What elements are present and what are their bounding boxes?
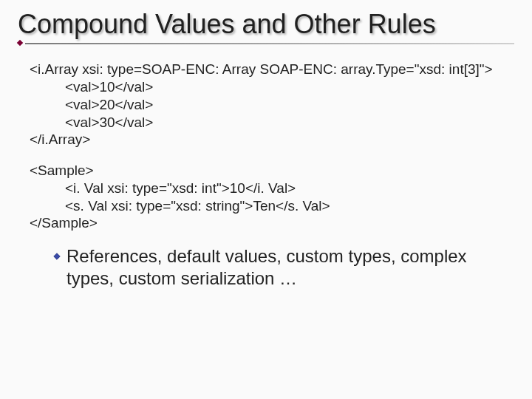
- code-line: </i.Array>: [30, 131, 514, 149]
- code-block-array: <i.Array xsi: type=SOAP-ENC: Array SOAP-…: [18, 61, 514, 149]
- code-line: <val>30</val>: [30, 114, 514, 132]
- code-line: <i.Array xsi: type=SOAP-ENC: Array SOAP-…: [30, 61, 514, 78]
- code-line: <val>10</val>: [30, 78, 514, 96]
- code-line: <Sample>: [30, 162, 514, 180]
- svg-rect-0: [54, 253, 60, 259]
- bullet-text: References, default values, custom types…: [66, 245, 514, 290]
- code-line: </Sample>: [30, 214, 514, 232]
- diamond-bullet-icon: [53, 253, 61, 260]
- title-underline: [18, 42, 514, 44]
- code-line: <i. Val xsi: type="xsd: int">10</i. Val>: [30, 180, 514, 197]
- code-line: <s. Val xsi: type="xsd: string">Ten</s. …: [30, 197, 514, 215]
- code-line: <val>20</val>: [30, 96, 514, 114]
- slide-title: Compound Values and Other Rules: [18, 9, 514, 39]
- bullet-item: References, default values, custom types…: [18, 245, 514, 290]
- code-block-sample: <Sample> <i. Val xsi: type="xsd: int">10…: [18, 162, 514, 232]
